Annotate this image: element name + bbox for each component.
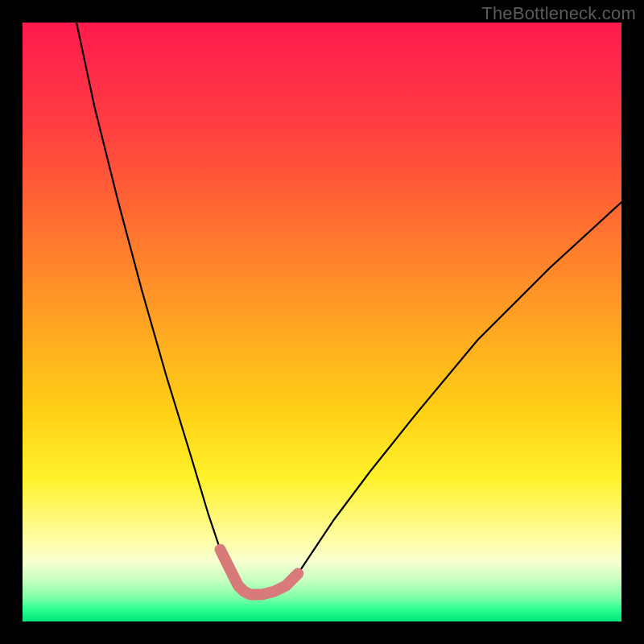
watermark-text: TheBottleneck.com (481, 3, 636, 24)
bottleneck-curve (76, 23, 621, 595)
highlight-bottom (221, 550, 299, 595)
chart-frame: TheBottleneck.com (0, 0, 644, 644)
plot-area (23, 23, 621, 621)
curve-svg (23, 23, 621, 621)
